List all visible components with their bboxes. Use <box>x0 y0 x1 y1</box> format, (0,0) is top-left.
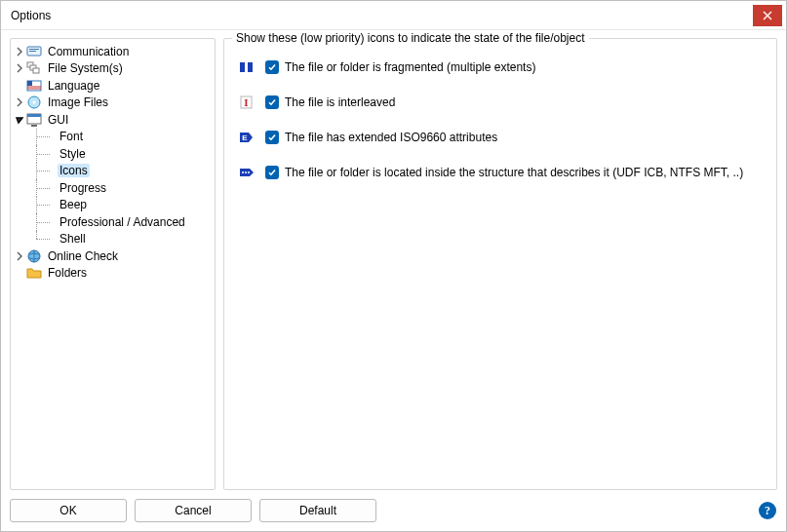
tree-item-icons[interactable]: Icons <box>13 163 213 180</box>
tree-item-label: Beep <box>58 198 89 211</box>
file-systems-icon <box>26 60 42 76</box>
tree-item-file-systems[interactable]: File System(s) <box>13 60 213 78</box>
svg-rect-2 <box>29 51 36 52</box>
expander-icon[interactable] <box>13 249 26 263</box>
button-bar: OK Cancel Default ? <box>1 490 786 531</box>
button-label: Default <box>299 504 336 517</box>
image-files-icon <box>26 95 42 110</box>
option-label: The file is interleaved <box>285 95 395 109</box>
tree-item-label: Style <box>58 147 88 161</box>
svg-rect-5 <box>33 68 39 73</box>
tree-item-folders[interactable]: Folders <box>13 265 213 283</box>
category-tree[interactable]: Communication File System(s) Language <box>10 38 216 490</box>
option-interleaved: I The file is interleaved <box>238 92 767 113</box>
tree-item-label: Shell <box>58 232 88 246</box>
tree-item-label: Icons <box>58 164 90 177</box>
tree-item-image-files[interactable]: Image Files <box>13 95 213 112</box>
option-iso9660: E The file has extended ISO9660 attribut… <box>238 127 767 148</box>
tree-item-label: Progress <box>58 181 108 195</box>
group-title: Show these (low priority) icons to indic… <box>232 31 589 45</box>
default-button[interactable]: Default <box>259 499 376 522</box>
tree-item-online-check[interactable]: Online Check <box>13 247 213 265</box>
svg-point-21 <box>248 171 250 173</box>
button-label: Cancel <box>175 504 211 517</box>
svg-text:E: E <box>242 133 248 142</box>
tree-item-gui[interactable]: GUI <box>13 111 213 129</box>
expander-icon[interactable] <box>13 61 26 75</box>
checkbox-iso9660[interactable] <box>265 131 279 144</box>
ok-button[interactable]: OK <box>10 499 127 522</box>
svg-rect-14 <box>240 62 245 72</box>
expander-icon[interactable] <box>13 113 26 127</box>
fragmented-icon <box>238 60 256 74</box>
window-title: Options <box>11 9 753 22</box>
tree-item-label: Font <box>58 130 85 143</box>
tree-item-font[interactable]: Font <box>13 129 213 146</box>
gui-icon <box>26 112 42 128</box>
tree-item-label: Folders <box>46 266 89 280</box>
tree-item-progress[interactable]: Progress <box>13 179 213 197</box>
tree-item-professional-advanced[interactable]: Professional / Advanced <box>13 213 213 231</box>
expander-icon[interactable] <box>13 45 26 58</box>
tree-item-language[interactable]: Language <box>13 77 213 95</box>
option-label: The file or folder is located inside the… <box>285 166 743 179</box>
communication-icon <box>26 44 42 59</box>
tree-item-style[interactable]: Style <box>13 145 213 163</box>
close-icon <box>763 11 772 20</box>
tree-item-label: Online Check <box>46 249 120 263</box>
titlebar: Options <box>1 1 786 30</box>
interleaved-icon: I <box>238 95 256 109</box>
svg-rect-1 <box>29 49 39 50</box>
folders-icon <box>26 265 42 281</box>
tree-item-label: GUI <box>46 113 70 127</box>
checkbox-interleaved[interactable] <box>265 95 279 109</box>
option-fragmented: The file or folder is fragmented (multip… <box>238 57 767 78</box>
options-dialog: Options Communication <box>0 0 787 532</box>
svg-rect-15 <box>248 62 253 72</box>
tree-item-label: Language <box>46 79 101 93</box>
cancel-button[interactable]: Cancel <box>135 499 252 522</box>
tree-item-label: Communication <box>46 45 131 58</box>
svg-point-19 <box>242 171 244 173</box>
tree-item-beep[interactable]: Beep <box>13 197 213 214</box>
svg-rect-7 <box>27 81 32 86</box>
inside-structure-icon <box>238 166 256 179</box>
help-icon: ? <box>765 504 770 518</box>
expander-icon[interactable] <box>13 95 26 109</box>
checkbox-inside-structure[interactable] <box>265 166 279 179</box>
tree-item-label: Professional / Advanced <box>58 215 187 229</box>
online-check-icon <box>26 248 42 264</box>
tree-item-communication[interactable]: Communication <box>13 43 213 60</box>
tree-item-label: File System(s) <box>46 61 125 75</box>
svg-text:I: I <box>244 96 248 108</box>
options-panel: Show these (low priority) icons to indic… <box>223 38 777 490</box>
option-label: The file or folder is fragmented (multip… <box>285 60 535 74</box>
svg-rect-11 <box>27 114 41 117</box>
tree-item-label: Image Files <box>46 95 110 109</box>
language-icon <box>26 78 42 94</box>
svg-point-20 <box>245 171 247 173</box>
checkbox-fragmented[interactable] <box>265 60 279 74</box>
help-button[interactable]: ? <box>759 502 776 519</box>
dialog-body: Communication File System(s) Language <box>1 30 786 490</box>
svg-point-9 <box>33 101 36 104</box>
close-button[interactable] <box>753 5 782 26</box>
button-label: OK <box>59 504 76 517</box>
svg-rect-12 <box>31 125 37 127</box>
iso9660-icon: E <box>238 131 256 144</box>
option-inside-structure: The file or folder is located inside the… <box>238 162 767 183</box>
tree-item-shell[interactable]: Shell <box>13 231 213 248</box>
option-label: The file has extended ISO9660 attributes <box>285 131 497 144</box>
